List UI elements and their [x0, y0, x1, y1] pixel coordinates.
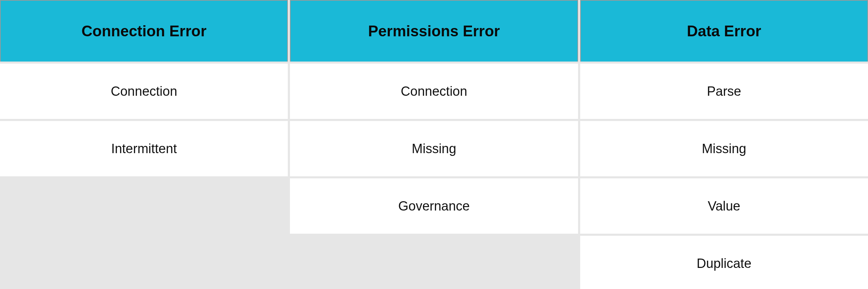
table-cell-empty	[0, 236, 288, 289]
header-permissions-error: Permissions Error	[290, 0, 578, 62]
table-cell: Parse	[580, 64, 868, 119]
table-cell: Value	[580, 178, 868, 234]
error-table: Connection Error Permissions Error Data …	[0, 0, 868, 289]
table-cell: Missing	[580, 121, 868, 176]
table-cell: Connection	[290, 64, 578, 119]
table-cell: Governance	[290, 178, 578, 234]
table-cell: Missing	[290, 121, 578, 176]
table-cell-empty	[290, 236, 578, 289]
table-cell: Intermittent	[0, 121, 288, 176]
table-cell-empty	[0, 178, 288, 234]
table-cell: Connection	[0, 64, 288, 119]
header-data-error: Data Error	[580, 0, 868, 62]
table-cell: Duplicate	[580, 236, 868, 289]
header-connection-error: Connection Error	[0, 0, 288, 62]
